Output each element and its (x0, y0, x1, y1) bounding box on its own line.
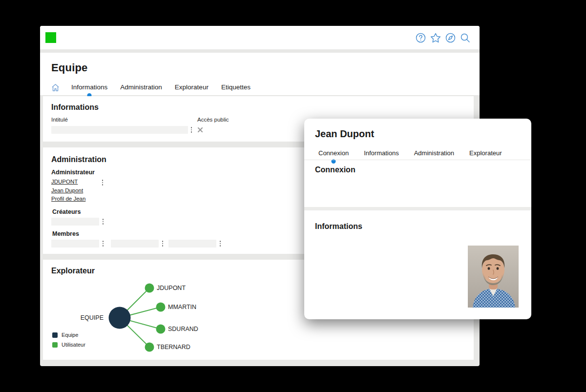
administrateur-link-profil[interactable]: Profil de Jean (51, 196, 85, 202)
node-label-tbernard: TBERNARD (157, 344, 190, 351)
informations-heading: Informations (51, 103, 99, 112)
createurs-label: Créateurs (52, 208, 81, 215)
star-icon[interactable] (430, 33, 441, 43)
createurs-menu-icon[interactable] (102, 218, 104, 225)
app-logo (45, 32, 56, 43)
title-block: Equipe Informations Administration Explo… (40, 53, 480, 96)
search-icon[interactable] (460, 33, 470, 43)
main-tab-bar: Informations Administration Explorateur … (51, 82, 251, 93)
membres-input-2[interactable] (111, 240, 159, 248)
acces-public-label: Accès public (197, 117, 229, 123)
membres-menu-icon-2[interactable] (162, 240, 164, 247)
popup-informations-heading: Informations (315, 222, 362, 231)
administrateur-link-jean-dupont[interactable]: Jean Dupont (51, 187, 83, 193)
intitule-menu-icon[interactable] (190, 126, 192, 133)
popup-tabs-divider (304, 160, 531, 160)
tab-informations[interactable]: Informations (70, 82, 108, 93)
user-node-sdurand[interactable] (156, 325, 166, 334)
popup-tab-explorateur[interactable]: Explorateur (468, 148, 502, 159)
membres-menu-icon-1[interactable] (102, 240, 104, 247)
legend-item-equipe: Equipe (52, 332, 78, 338)
equipe-node[interactable] (109, 307, 131, 329)
administration-heading: Administration (51, 155, 106, 164)
legend-label-utilisateur: Utilisateur (62, 342, 85, 348)
popup-section-separator (304, 207, 531, 210)
legend-item-utilisateur: Utilisateur (52, 342, 85, 348)
help-icon[interactable] (416, 33, 426, 43)
app-header (40, 26, 480, 49)
acces-public-x-icon[interactable] (197, 126, 203, 135)
node-label-sdurand: SDURAND (168, 326, 198, 332)
popup-tab-connexion[interactable]: Connexion (317, 148, 350, 159)
user-node-tbernard[interactable] (145, 343, 154, 352)
intitule-input[interactable] (51, 126, 188, 134)
membres-input-1[interactable] (51, 240, 99, 248)
administrateur-link-jdupont[interactable]: JDUPONT (51, 179, 78, 185)
legend-label-equipe: Equipe (62, 332, 78, 338)
user-node-mmartin[interactable] (156, 303, 166, 312)
membres-label: Membres (52, 230, 79, 237)
intitule-label: Intitulé (51, 117, 68, 123)
administrateur-label: Administrateur (51, 169, 95, 176)
page-title: Equipe (51, 62, 88, 74)
user-detail-popup: Jean Dupont Connexion Informations Admin… (304, 119, 531, 319)
tab-administration[interactable]: Administration (119, 82, 163, 93)
connexion-heading: Connexion (315, 165, 356, 174)
membres-menu-icon-3[interactable] (219, 240, 221, 247)
tab-explorateur[interactable]: Explorateur (174, 82, 209, 93)
popup-title: Jean Dupont (315, 128, 374, 140)
user-node-jdupont[interactable] (145, 284, 154, 293)
root-node-label: EQUIPE (50, 314, 104, 321)
administrateur-menu-icon[interactable] (102, 179, 104, 186)
legend-swatch-equipe (52, 332, 58, 338)
tab-etiquettes[interactable]: Etiquettes (220, 82, 251, 93)
node-label-jdupont: JDUPONT (157, 285, 186, 291)
createurs-input[interactable] (51, 218, 99, 226)
membres-input-3[interactable] (168, 240, 216, 248)
profile-photo (468, 246, 519, 308)
home-icon[interactable] (51, 83, 60, 92)
node-label-mmartin: MMARTIN (168, 304, 196, 310)
popup-tab-informations[interactable]: Informations (363, 148, 400, 159)
popup-tab-administration[interactable]: Administration (413, 148, 455, 159)
popup-tab-bar: Connexion Informations Administration Ex… (317, 148, 503, 159)
legend-swatch-utilisateur (52, 342, 58, 348)
compass-icon[interactable] (445, 33, 456, 43)
